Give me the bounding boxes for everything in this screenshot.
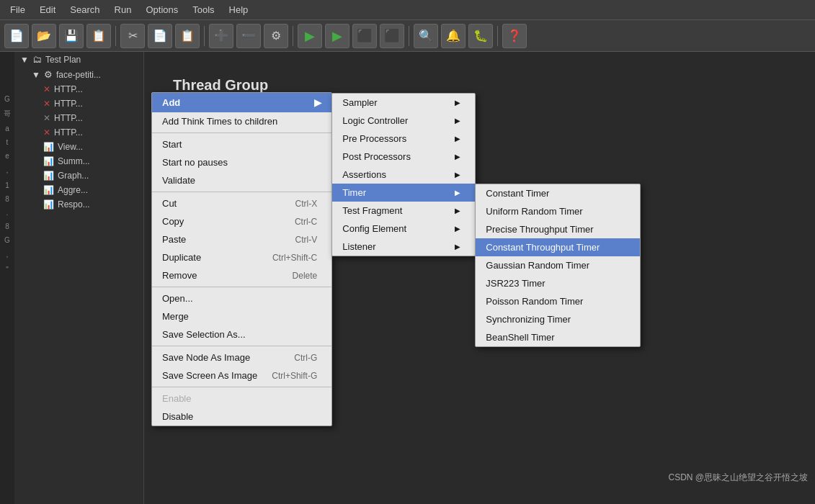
menu-run[interactable]: Run <box>107 2 139 17</box>
tb-startnopauses[interactable]: ▶ <box>325 24 349 48</box>
timer-poissonrandom[interactable]: Poisson Random Timer <box>476 292 640 310</box>
tb-cut[interactable]: ✂ <box>120 24 145 48</box>
ctx-item-savenodeasimage[interactable]: Save Node As Image Ctrl-G <box>152 348 331 366</box>
assertions-label: Assertions <box>342 169 386 180</box>
ctx-item-open[interactable]: Open... <box>152 289 331 307</box>
l2-postprocessors[interactable]: Post Processors ▶ <box>332 148 475 166</box>
savenodeasimage-shortcut: Ctrl-G <box>294 353 317 363</box>
timer-gaussianrandom[interactable]: Gaussian Random Timer <box>476 256 640 274</box>
x-icon3: ✕ <box>43 113 50 123</box>
ctx-item-paste[interactable]: Paste Ctrl-V <box>152 230 331 248</box>
menu-file[interactable]: File <box>3 2 32 17</box>
tb-remove[interactable]: ➖ <box>236 24 261 48</box>
sidebar-item-http3[interactable]: ✕ HTTP... <box>14 111 143 125</box>
sidebar-item-aggregate[interactable]: 📊 Aggre... <box>14 183 143 197</box>
validate-label: Validate <box>162 175 195 186</box>
menu-edit[interactable]: Edit <box>32 2 63 17</box>
l2-logiccontroller[interactable]: Logic Controller ▶ <box>332 112 475 130</box>
sidebar-item-http2[interactable]: ✕ HTTP... <box>14 96 143 111</box>
tb-bug[interactable]: 🐛 <box>468 24 493 48</box>
ctx-item-merge[interactable]: Merge <box>152 307 331 325</box>
l2-listener[interactable]: Listener ▶ <box>332 238 475 256</box>
tb-paste[interactable]: 📋 <box>175 24 200 48</box>
ctx-item-saveas[interactable]: Save Selection As... <box>152 325 331 343</box>
synchronizing-timer-label: Synchronizing Timer <box>486 314 571 325</box>
postprocessors-arrow-icon: ▶ <box>455 153 460 161</box>
tb-start[interactable]: ▶ <box>298 24 322 48</box>
duplicate-label: Duplicate <box>162 252 201 263</box>
tb-stopnow[interactable]: ⬛ <box>380 24 404 48</box>
menu-help[interactable]: Help <box>222 2 256 17</box>
timer-synchronizing[interactable]: Synchronizing Timer <box>476 310 640 328</box>
gear-icon: ⚙ <box>44 69 53 80</box>
ctx-item-cut[interactable]: Cut Ctrl-X <box>152 194 331 212</box>
sidebar-item-label-http2: HTTP... <box>54 99 83 109</box>
tb-search[interactable]: 🔍 <box>414 24 438 48</box>
ctx-item-start[interactable]: Start <box>152 135 331 153</box>
l2-configelement[interactable]: Config Element ▶ <box>332 220 475 238</box>
sidebar-item-response[interactable]: 📊 Respo... <box>14 197 143 212</box>
tb-saveas[interactable]: 📋 <box>86 24 111 48</box>
cut-label: Cut <box>162 198 177 209</box>
sidebar-item-label-aggregate: Aggre... <box>58 185 88 195</box>
tb-open[interactable]: 📂 <box>32 24 56 48</box>
beanshell-timer-label: BeanShell Timer <box>486 332 554 343</box>
ctx-item-disable[interactable]: Disable <box>152 408 331 426</box>
tb-bell[interactable]: 🔔 <box>441 24 466 48</box>
timer-precisethroughput[interactable]: Precise Throughput Timer <box>476 220 640 238</box>
duplicate-shortcut: Ctrl+Shift-C <box>272 253 317 263</box>
logiccontroller-arrow-icon: ▶ <box>455 117 460 125</box>
menu-tools[interactable]: Tools <box>185 2 221 17</box>
l2-testfragment[interactable]: Test Fragment ▶ <box>332 202 475 220</box>
timer-constantthroughput[interactable]: Constant Throughput Timer <box>476 238 640 256</box>
copy-label: Copy <box>162 216 184 227</box>
ctx-item-duplicate[interactable]: Duplicate Ctrl+Shift-C <box>152 248 331 266</box>
chart-icon5: 📊 <box>43 199 54 210</box>
tb-help[interactable]: ❓ <box>502 24 527 48</box>
sidebar-item-graph[interactable]: 📊 Graph... <box>14 168 143 183</box>
timer-jsr223[interactable]: JSR223 Timer <box>476 274 640 292</box>
menu-search[interactable]: Search <box>63 2 107 17</box>
sidebar-tree: ▼ 🗂 Test Plan ▼ ⚙ face-petiti... ✕ HTTP.… <box>14 52 143 212</box>
tb-new[interactable]: 📄 <box>4 24 29 48</box>
sidebar-item-view[interactable]: 📊 View... <box>14 140 143 154</box>
expand-icon: ▼ <box>20 55 29 65</box>
tb-add[interactable]: ➕ <box>209 24 233 48</box>
ctx-item-remove[interactable]: Remove Delete <box>152 266 331 284</box>
sidebar-item-http4[interactable]: ✕ HTTP... <box>14 125 143 140</box>
sep5 <box>497 26 498 46</box>
sidebar-item-label-view: View... <box>58 142 83 152</box>
l2-preprocessors[interactable]: Pre Processors ▶ <box>332 130 475 148</box>
sidebar-item-testplan[interactable]: ▼ 🗂 Test Plan <box>14 52 143 67</box>
ctx-item-addthink[interactable]: Add Think Times to children <box>152 112 331 130</box>
ctx-item-savescreenasimage[interactable]: Save Screen As Image Ctrl+Shift-G <box>152 366 331 384</box>
testfragment-arrow-icon: ▶ <box>455 207 460 215</box>
sidebar-item-summary[interactable]: 📊 Summ... <box>14 154 143 168</box>
ctx-item-add[interactable]: Add ▶ <box>152 93 331 112</box>
menu-options[interactable]: Options <box>138 2 185 17</box>
ctx-item-validate[interactable]: Validate <box>152 171 331 189</box>
tb-copy[interactable]: 📄 <box>148 24 172 48</box>
logiccontroller-label: Logic Controller <box>342 115 408 126</box>
ctx-item-startnopauses[interactable]: Start no pauses <box>152 153 331 171</box>
testplan-icon: 🗂 <box>32 54 42 65</box>
l2-assertions[interactable]: Assertions ▶ <box>332 166 475 184</box>
timer-uniformrandom[interactable]: Uniform Random Timer <box>476 202 640 220</box>
tb-stop[interactable]: ⬛ <box>352 24 377 48</box>
constantthroughput-timer-label: Constant Throughput Timer <box>486 242 600 253</box>
sidebar-item-label-http4: HTTP... <box>54 127 83 138</box>
sidebar-item-label-http1: HTTP... <box>54 84 83 94</box>
ctx-item-copy[interactable]: Copy Ctrl-C <box>152 212 331 230</box>
l2-sampler[interactable]: Sampler ▶ <box>332 94 475 112</box>
sidebar-item-label-summary: Summ... <box>58 156 90 166</box>
l2-timer[interactable]: Timer ▶ Constant Timer Uniform Random Ti… <box>332 184 475 202</box>
sidebar-item-facepetion[interactable]: ▼ ⚙ face-petiti... <box>14 67 143 82</box>
timer-constant[interactable]: Constant Timer <box>476 184 640 202</box>
savescreenasimage-shortcut: Ctrl+Shift-G <box>272 371 317 381</box>
timer-beanshell[interactable]: BeanShell Timer <box>476 328 640 346</box>
sep-ctx5 <box>152 387 331 387</box>
preprocessors-label: Pre Processors <box>342 133 406 144</box>
sidebar-item-http1[interactable]: ✕ HTTP... <box>14 82 143 96</box>
tb-save[interactable]: 💾 <box>59 24 84 48</box>
tb-settings[interactable]: ⚙ <box>264 24 288 48</box>
